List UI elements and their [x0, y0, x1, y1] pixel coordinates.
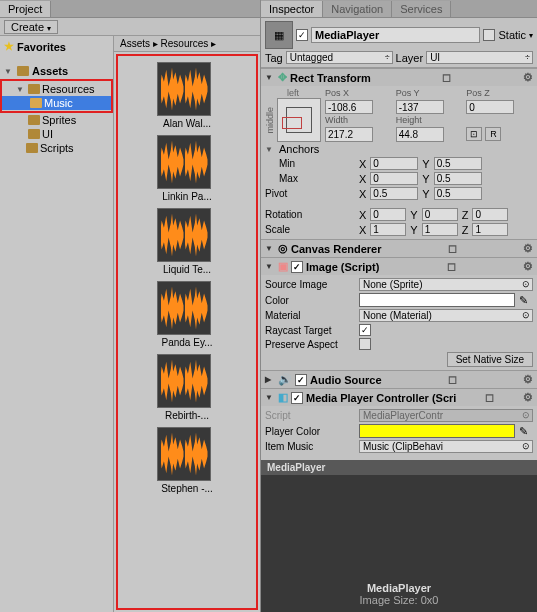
static-checkbox[interactable]	[483, 29, 495, 41]
tree-item-resources[interactable]: ▼Resources	[2, 82, 111, 96]
rect-transform-component: ▼✥Rect Transform◻⚙ left middle Pos XPos …	[261, 68, 537, 239]
rot-y[interactable]	[422, 208, 458, 221]
audio-waveform-icon	[157, 62, 211, 116]
folder-icon	[30, 98, 42, 108]
asset-item[interactable]: Liquid Te...	[157, 208, 217, 275]
pivot-label: Pivot	[265, 188, 355, 199]
favorites-header[interactable]: ★Favorites	[0, 38, 113, 55]
preserve-checkbox[interactable]	[359, 338, 371, 350]
object-name-field[interactable]	[311, 27, 480, 43]
width-field[interactable]	[325, 127, 373, 142]
tree-item-music[interactable]: Music	[2, 96, 111, 110]
material-label: Material	[265, 310, 355, 321]
help-icon[interactable]: ◻	[448, 373, 457, 386]
anchor-max-y[interactable]	[434, 172, 482, 185]
gear-icon[interactable]: ⚙	[523, 242, 533, 255]
field-label: Width	[325, 115, 392, 126]
player-color-field[interactable]	[359, 424, 515, 438]
tree-item-scripts[interactable]: Scripts	[0, 141, 113, 155]
help-icon[interactable]: ◻	[447, 260, 456, 273]
layer-dropdown[interactable]: UI	[426, 51, 533, 64]
help-icon[interactable]: ◻	[442, 71, 451, 84]
favorites-label: Favorites	[17, 41, 66, 53]
asset-item[interactable]: Rebirth-...	[157, 354, 217, 421]
breadcrumb[interactable]: Assets ▸ Resources ▸	[114, 36, 260, 52]
rect-transform-header[interactable]: ▼✥Rect Transform◻⚙	[261, 69, 537, 86]
tag-dropdown[interactable]: Untagged	[286, 51, 393, 64]
asset-item[interactable]: Stephen -...	[157, 427, 217, 494]
scale-x[interactable]	[370, 223, 406, 236]
tab-services[interactable]: Services	[392, 1, 451, 17]
tree-label: Resources	[42, 83, 95, 95]
component-title: Media Player Controller (Scri	[306, 392, 456, 404]
blueprint-button[interactable]: ⊡	[466, 127, 482, 141]
raw-edit-button[interactable]: R	[485, 127, 501, 141]
pivot-x[interactable]	[370, 187, 418, 200]
tab-navigation[interactable]: Navigation	[323, 1, 392, 17]
static-dropdown-icon[interactable]: ▾	[529, 31, 533, 40]
help-icon[interactable]: ◻	[485, 391, 494, 404]
assets-column: Assets ▸ Resources ▸ Alan Wal... Linkin …	[114, 36, 260, 612]
posz-field[interactable]	[466, 100, 514, 114]
item-music-field[interactable]: Music (ClipBehavi	[359, 440, 533, 453]
raycast-label: Raycast Target	[265, 325, 355, 336]
material-field[interactable]: None (Material)	[359, 309, 533, 322]
tab-inspector[interactable]: Inspector	[261, 1, 323, 17]
foldout-icon: ▼	[4, 67, 14, 76]
tree-label: Sprites	[42, 114, 76, 126]
source-image-field[interactable]: None (Sprite)	[359, 278, 533, 291]
field-label: Pos X	[325, 88, 392, 99]
color-label: Color	[265, 295, 355, 306]
asset-item[interactable]: Panda Ey...	[157, 281, 217, 348]
gear-icon[interactable]: ⚙	[523, 373, 533, 386]
mpc-header[interactable]: ▼◧✓Media Player Controller (Scri◻⚙	[261, 389, 537, 406]
eyedropper-icon[interactable]: ✎	[519, 294, 533, 307]
image-enabled-checkbox[interactable]: ✓	[291, 261, 303, 273]
scale-z[interactable]	[472, 223, 508, 236]
project-panel: Project Create ▾ ★Favorites ▼Assets ▼Res…	[0, 0, 261, 612]
scale-y[interactable]	[422, 223, 458, 236]
gameobject-header: ▦ ✓ Static ▾ Tag Untagged Layer UI	[261, 18, 537, 68]
mpc-enabled-checkbox[interactable]: ✓	[291, 392, 303, 404]
foldout-icon[interactable]: ▼	[16, 85, 26, 94]
anchor-min-x[interactable]	[370, 157, 418, 170]
rot-x[interactable]	[370, 208, 406, 221]
gear-icon[interactable]: ⚙	[523, 391, 533, 404]
help-icon[interactable]: ◻	[448, 242, 457, 255]
active-checkbox[interactable]: ✓	[296, 29, 308, 41]
max-label: Max	[265, 173, 355, 184]
layer-label: Layer	[396, 52, 424, 64]
audio-enabled-checkbox[interactable]: ✓	[295, 374, 307, 386]
color-field[interactable]	[359, 293, 515, 307]
tree-item-ui[interactable]: UI	[0, 127, 113, 141]
posy-field[interactable]	[396, 100, 444, 114]
preview-header[interactable]: MediaPlayer	[261, 460, 537, 475]
gear-icon[interactable]: ⚙	[523, 71, 533, 84]
height-field[interactable]	[396, 127, 444, 142]
anchor-preset-button[interactable]	[277, 98, 321, 142]
foldout-icon: ▼	[265, 393, 275, 402]
assets-root[interactable]: ▼Assets	[0, 63, 113, 79]
audio-source-header[interactable]: ▶🔊✓Audio Source◻⚙	[261, 371, 537, 388]
anchor-max-x[interactable]	[370, 172, 418, 185]
canvas-renderer-header[interactable]: ▼◎Canvas Renderer◻⚙	[261, 240, 537, 257]
asset-item[interactable]: Linkin Pa...	[157, 135, 217, 202]
foldout-icon[interactable]: ▼	[265, 145, 275, 154]
project-tree: ★Favorites ▼Assets ▼Resources Music Spri…	[0, 36, 114, 612]
anchor-min-y[interactable]	[434, 157, 482, 170]
tree-item-sprites[interactable]: Sprites	[0, 113, 113, 127]
gameobject-icon[interactable]: ▦	[265, 21, 293, 49]
set-native-size-button[interactable]: Set Native Size	[447, 352, 533, 367]
create-button[interactable]: Create ▾	[4, 20, 58, 34]
gear-icon[interactable]: ⚙	[523, 260, 533, 273]
image-icon: ▣	[278, 260, 288, 273]
tab-project[interactable]: Project	[0, 1, 51, 17]
eyedropper-icon[interactable]: ✎	[519, 425, 533, 438]
asset-item[interactable]: Alan Wal...	[157, 62, 217, 129]
posx-field[interactable]	[325, 100, 373, 114]
rotation-label: Rotation	[265, 209, 355, 220]
pivot-y[interactable]	[434, 187, 482, 200]
rot-z[interactable]	[472, 208, 508, 221]
raycast-checkbox[interactable]: ✓	[359, 324, 371, 336]
image-header[interactable]: ▼▣✓Image (Script)◻⚙	[261, 258, 537, 275]
